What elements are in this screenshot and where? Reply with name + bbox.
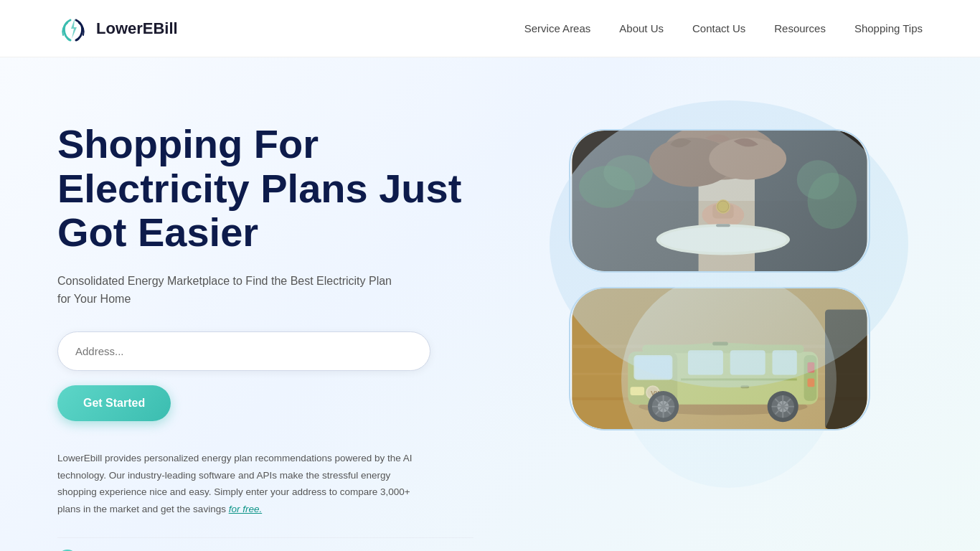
nav-about-us[interactable]: About Us [619, 22, 664, 34]
logo-text: LowerEBill [96, 19, 178, 38]
hero-title: Shopping For Electricity Plans Just Got … [57, 122, 473, 255]
hero-description: LowerEbill provides personalized energy … [57, 450, 430, 518]
bg-decoration-2 [621, 273, 837, 488]
nav-shopping-tips[interactable]: Shopping Tips [854, 22, 923, 34]
about-hint: ▶ About LowerEBill [57, 537, 473, 551]
logo[interactable]: LowerEBill [57, 13, 178, 44]
address-input-wrapper [57, 331, 473, 371]
get-started-button[interactable]: Get Started [57, 385, 171, 421]
nav-contact-us[interactable]: Contact Us [692, 22, 745, 34]
header: LowerEBill Service Areas About Us Contac… [0, 0, 980, 57]
nav-service-areas[interactable]: Service Areas [524, 22, 591, 34]
free-savings-link[interactable]: for free. [229, 504, 263, 514]
logo-icon [57, 13, 89, 44]
main-nav: Service Areas About Us Contact Us Resour… [524, 22, 923, 34]
hero-section: Shopping For Electricity Plans Just Got … [0, 57, 980, 551]
hero-subtitle: Consolidated Energy Marketplace to Find … [57, 272, 402, 309]
nav-resources[interactable]: Resources [774, 22, 826, 34]
hero-content-left: Shopping For Electricity Plans Just Got … [57, 115, 473, 551]
address-input[interactable] [57, 331, 430, 371]
